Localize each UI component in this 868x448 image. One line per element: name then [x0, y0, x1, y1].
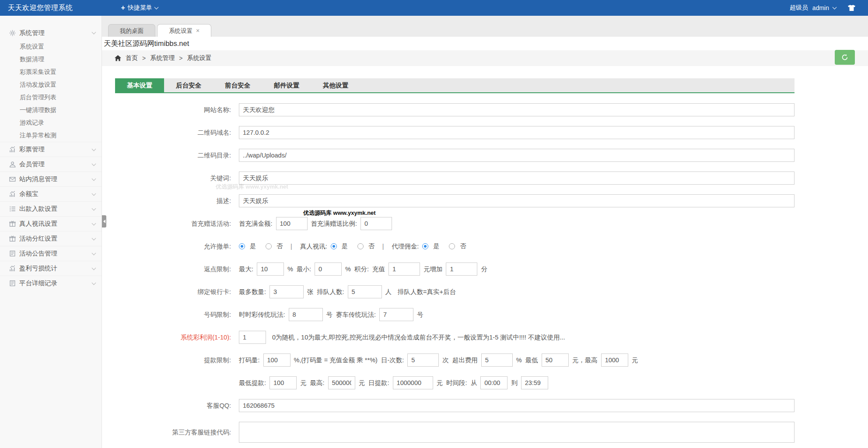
home-icon	[115, 55, 121, 61]
tab-backend-security[interactable]: 后台安全	[164, 78, 213, 92]
sidebar-collapse-handle[interactable]	[102, 215, 106, 228]
excess-fee-input[interactable]	[481, 354, 513, 367]
sidebar-item-label: 系统管理	[19, 29, 92, 37]
sidebar-item-message-management[interactable]: 站内消息管理	[0, 172, 102, 186]
points-add-input[interactable]	[446, 262, 477, 276]
sidebar-item-activity-grant[interactable]: 活动发放设置	[0, 78, 102, 91]
radio-label: 否	[460, 242, 466, 250]
daily-times-input[interactable]	[407, 354, 439, 367]
top-header: 天天欢迎您管理系统 + 快捷菜单 超级员 admin	[0, 0, 868, 16]
tab-frontend-security[interactable]: 前台安全	[213, 78, 262, 92]
number-limit-row: 号码限制: 时时彩传统玩法: 号 赛车传统玩法: 号	[115, 308, 868, 321]
agent-commission-yes-radio[interactable]	[422, 243, 428, 249]
sidebar-item-label: 活动分红设置	[19, 234, 92, 243]
sidebar-item-data-cleanup[interactable]: 数据清理	[0, 53, 102, 66]
sidebar-item-admin-list[interactable]: 后台管理列表	[0, 91, 102, 104]
sidebar-item-lottery-collect[interactable]: 彩票采集设置	[0, 66, 102, 78]
sidebar-item-live-video-settings[interactable]: 真人视讯设置	[0, 216, 102, 231]
inline-label: 真人视讯:	[300, 242, 327, 251]
sidebar-item-payment-settings[interactable]: 出款入款设置	[0, 201, 102, 216]
sidebar-item-label: 活动公告管理	[19, 249, 92, 258]
rebate-limit-row: 返点限制: 最大: % 最小: % 积分: 充值	[115, 262, 868, 276]
qr-dir-input[interactable]	[239, 149, 794, 162]
sidebar-item-announcement-management[interactable]: 活动公告管理	[0, 246, 102, 261]
field-label: 绑定银行卡:	[115, 288, 239, 296]
rebate-min-input[interactable]	[315, 262, 342, 276]
field-label: 关键词:	[115, 174, 239, 182]
sidebar-item-profit-loss-stats[interactable]: 盈利亏损统计	[0, 261, 102, 276]
agent-commission-no-radio[interactable]	[449, 243, 455, 249]
sidebar-item-label: 出款入款设置	[19, 205, 92, 213]
sidebar-item-yuebao[interactable]: 余额宝	[0, 186, 102, 201]
sidebar-item-lottery-management[interactable]: 彩票管理	[0, 142, 102, 157]
first-charge-ratio-input[interactable]	[360, 217, 392, 230]
close-icon[interactable]: ×	[196, 25, 200, 37]
gift-icon	[9, 235, 16, 242]
inline-label: 首充满赠送比例:	[311, 220, 357, 228]
racing-number-input[interactable]	[379, 308, 413, 321]
queue-count-input[interactable]	[348, 285, 382, 298]
daily-withdraw-input[interactable]	[393, 376, 433, 389]
user-menu[interactable]: admin	[812, 4, 836, 11]
first-charge-amount-input[interactable]	[276, 217, 308, 230]
tab-my-desktop[interactable]: 我的桌面	[108, 24, 155, 37]
sidebar-item-one-key-clean[interactable]: 一键清理数据	[0, 104, 102, 116]
points-charge-input[interactable]	[388, 262, 420, 276]
sidebar-item-dividend-settings[interactable]: 活动分红设置	[0, 231, 102, 246]
sidebar-item-member-management[interactable]: 会员管理	[0, 157, 102, 172]
max-withdraw-input[interactable]	[328, 376, 355, 389]
breadcrumb-system-settings[interactable]: 系统设置	[187, 54, 211, 62]
sidebar-item-game-records[interactable]: 游戏记录	[0, 116, 102, 129]
third-party-code-input[interactable]	[239, 422, 794, 443]
tab-basic-settings[interactable]: 基本设置	[115, 78, 164, 92]
keywords-input[interactable]	[239, 172, 794, 185]
tab-other-settings[interactable]: 其他设置	[311, 78, 360, 92]
sidebar-item-system-management[interactable]: 系统管理	[0, 25, 102, 40]
sidebar-item-label: 余额宝	[19, 190, 92, 198]
sidebar-item-order-anomaly[interactable]: 注单异常检测	[0, 129, 102, 142]
breadcrumb-system-management[interactable]: 系统管理	[150, 54, 175, 62]
refresh-button[interactable]	[835, 50, 855, 65]
description-input[interactable]	[239, 194, 794, 207]
time-to-input[interactable]	[521, 376, 548, 389]
unit-label: 元	[632, 356, 638, 364]
time-from-input[interactable]	[480, 376, 508, 389]
tshirt-icon	[847, 4, 856, 11]
unit-label: 分	[481, 265, 487, 273]
allow-cancel-yes-radio[interactable]	[239, 243, 245, 249]
inline-label: 首充满金额:	[239, 220, 273, 228]
allow-cancel-no-radio[interactable]	[266, 243, 272, 249]
sidebar-item-platform-records[interactable]: 平台详细记录	[0, 276, 102, 290]
ssc-number-input[interactable]	[289, 308, 323, 321]
qr-domain-row: 二维码域名:	[115, 126, 868, 139]
field-controls: 最多数量: 张 排队人数: 人 排队人数=真实+后台	[239, 285, 456, 298]
max-fee-input[interactable]	[601, 354, 628, 367]
tab-mail-settings[interactable]: 邮件设置	[262, 78, 311, 92]
quick-menu-button[interactable]: + 快捷菜单	[121, 4, 158, 12]
field-controls: 是 否 | 真人视讯: 是 否 | 代理佣金:	[239, 242, 466, 251]
inline-label: 元增加	[424, 265, 443, 273]
chevron-down-icon	[92, 30, 96, 35]
inline-label: 最低	[525, 356, 538, 364]
live-video-yes-radio[interactable]	[331, 243, 337, 249]
news-icon	[9, 250, 16, 257]
bank-card-max-input[interactable]	[270, 285, 304, 298]
site-name-input[interactable]	[239, 103, 794, 116]
rebate-max-input[interactable]	[257, 262, 284, 276]
sidebar-item-system-settings[interactable]: 系统设置	[0, 40, 102, 53]
tab-system-settings[interactable]: 系统设置 ×	[157, 24, 211, 37]
service-qq-input[interactable]	[239, 399, 794, 412]
chevron-down-icon	[92, 191, 96, 196]
bet-volume-input[interactable]	[263, 354, 290, 367]
live-video-no-radio[interactable]	[357, 243, 364, 249]
breadcrumb-home[interactable]: 首页	[126, 54, 138, 62]
min-withdraw-input[interactable]	[270, 376, 297, 389]
theme-button[interactable]	[847, 4, 856, 11]
divider: |	[382, 243, 384, 250]
field-label: 网站名称:	[115, 106, 239, 114]
unit-label: %	[345, 266, 351, 273]
window-tabbar: 我的桌面 系统设置 ×	[102, 16, 868, 37]
qr-domain-input[interactable]	[239, 126, 794, 139]
min-fee-input[interactable]	[542, 354, 569, 367]
system-profit-input[interactable]	[239, 331, 266, 344]
